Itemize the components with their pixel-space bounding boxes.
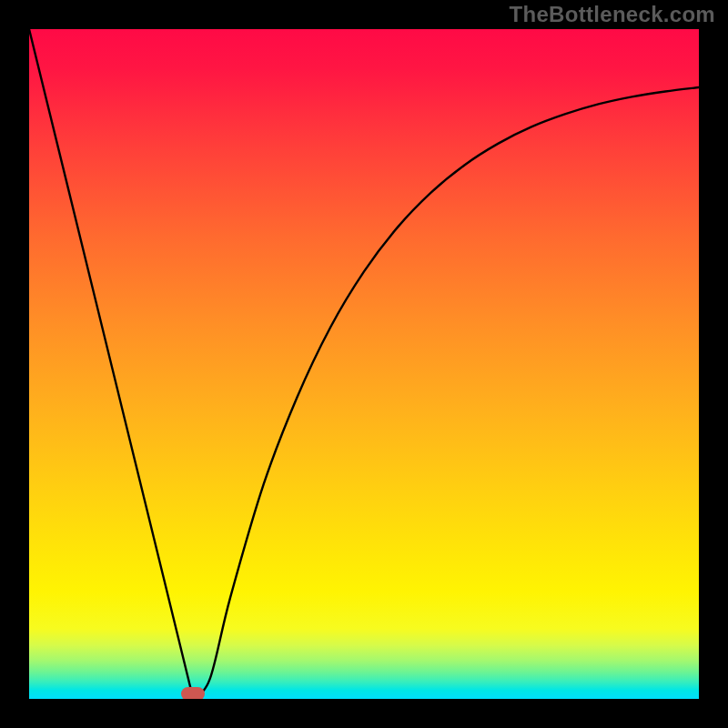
curve-svg xyxy=(29,29,699,699)
watermark-text: TheBottleneck.com xyxy=(510,2,715,27)
optimal-marker xyxy=(181,687,205,699)
chart-frame: TheBottleneck.com xyxy=(0,0,728,728)
bottleneck-curve xyxy=(29,29,699,699)
plot-area xyxy=(29,29,699,699)
